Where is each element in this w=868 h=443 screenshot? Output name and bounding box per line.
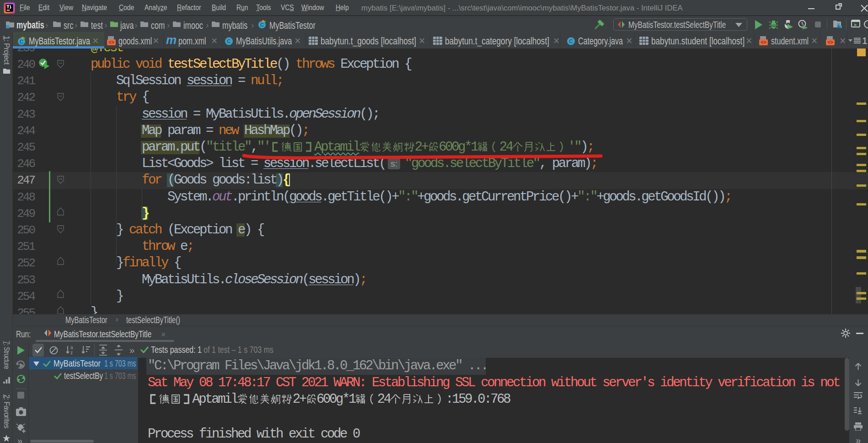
svg-text:C: C [20, 39, 23, 44]
svg-text:z: z [70, 350, 73, 355]
svg-text:C: C [569, 38, 573, 44]
svg-text:a: a [70, 345, 73, 350]
svg-text:<>: <> [827, 40, 833, 45]
svg-text:<>: <> [108, 40, 114, 45]
svg-text:C: C [260, 22, 264, 27]
svg-text:<>: <> [761, 40, 766, 45]
svg-text:C: C [227, 38, 231, 44]
